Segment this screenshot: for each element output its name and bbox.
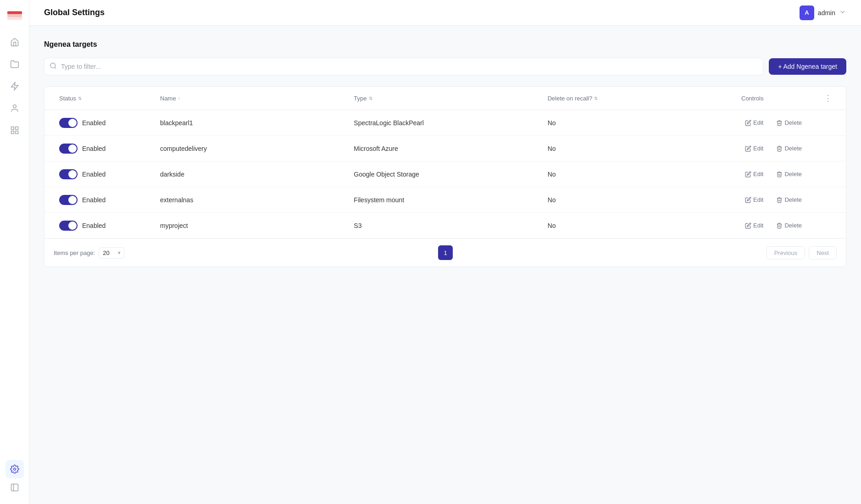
toggle-darkside[interactable]	[59, 169, 78, 179]
toggle-blackpearl1[interactable]	[59, 118, 78, 128]
targets-table: Status ⇅ Name ↑ Type ⇅ Delete on recall?…	[44, 86, 846, 267]
search-wrapper	[44, 58, 763, 75]
column-header-more[interactable]: ⋮	[818, 87, 837, 110]
sort-icon-delete-on-recall: ⇅	[594, 96, 598, 101]
row-controls: Edit Delete	[736, 161, 818, 187]
sidebar	[0, 0, 29, 504]
admin-name: admin	[818, 9, 835, 17]
row-type: Filesystem mount	[348, 189, 542, 211]
table-row: Enabled blackpearl1 SpectraLogic BlackPe…	[44, 110, 846, 136]
lightning-icon[interactable]	[6, 77, 24, 95]
svg-point-12	[50, 63, 56, 68]
row-controls: Edit Delete	[736, 110, 818, 135]
page-title: Global Settings	[44, 8, 105, 17]
column-header-name[interactable]: Name ↑	[155, 87, 348, 110]
sort-icon-type: ⇅	[369, 96, 372, 101]
per-page-select[interactable]: 20 50 100	[99, 247, 124, 259]
main-content: Ngenea targets + Add Ngenea target Statu…	[29, 26, 861, 504]
toggle-myproject[interactable]	[59, 221, 78, 231]
delete-button-computedelivery[interactable]: Delete	[772, 143, 805, 154]
avatar: A	[800, 6, 814, 20]
delete-button-blackpearl1[interactable]: Delete	[772, 117, 805, 128]
row-status: Enabled	[54, 162, 155, 187]
next-button[interactable]: Next	[809, 246, 837, 260]
row-name: darkside	[155, 163, 348, 185]
pagination-buttons: Previous Next	[767, 246, 837, 260]
panel-icon[interactable]	[6, 478, 24, 497]
column-header-delete-on-recall[interactable]: Delete on recall? ⇅	[542, 87, 736, 110]
row-name: blackpearl1	[155, 112, 348, 134]
column-header-controls: Controls	[736, 87, 818, 110]
edit-button-myproject[interactable]: Edit	[741, 220, 767, 231]
filter-bar: + Add Ngenea target	[44, 58, 846, 75]
svg-rect-6	[15, 127, 18, 130]
grid-icon[interactable]	[6, 121, 24, 139]
users-icon[interactable]	[6, 99, 24, 117]
home-icon[interactable]	[6, 33, 24, 51]
toggle-externalnas[interactable]	[59, 195, 78, 205]
delete-button-externalnas[interactable]: Delete	[772, 194, 805, 205]
delete-button-myproject[interactable]: Delete	[772, 220, 805, 231]
topbar-right: A admin	[800, 6, 846, 20]
row-type: S3	[348, 215, 542, 237]
toggle-computedelivery[interactable]	[59, 144, 78, 154]
per-page-select-wrapper: 20 50 100	[99, 247, 124, 259]
search-input[interactable]	[44, 58, 763, 75]
search-icon	[50, 62, 57, 71]
column-header-type[interactable]: Type ⇅	[348, 87, 542, 110]
table-row: Enabled myproject S3 No Edit Delete	[44, 213, 846, 238]
row-type: Google Object Storage	[348, 163, 542, 185]
row-type: SpectraLogic BlackPearl	[348, 112, 542, 134]
svg-rect-7	[15, 131, 18, 134]
svg-point-9	[13, 468, 16, 471]
row-controls: Edit Delete	[736, 136, 818, 161]
section-title: Ngenea targets	[44, 40, 846, 49]
row-controls: Edit Delete	[736, 213, 818, 238]
edit-button-externalnas[interactable]: Edit	[741, 194, 767, 205]
chevron-down-icon[interactable]	[839, 8, 846, 17]
svg-rect-5	[11, 127, 14, 130]
edit-button-blackpearl1[interactable]: Edit	[741, 117, 767, 128]
column-header-status[interactable]: Status ⇅	[54, 87, 155, 110]
table-row: Enabled computedelivery Microsoft Azure …	[44, 136, 846, 161]
row-delete-on-recall: No	[542, 138, 736, 160]
row-delete-on-recall: No	[542, 112, 736, 134]
row-delete-on-recall: No	[542, 189, 736, 211]
edit-button-darkside[interactable]: Edit	[741, 169, 767, 179]
svg-point-4	[13, 105, 16, 108]
svg-rect-8	[11, 131, 14, 134]
edit-button-computedelivery[interactable]: Edit	[741, 143, 767, 154]
page-number-1[interactable]: 1	[438, 245, 453, 260]
row-type: Microsoft Azure	[348, 138, 542, 160]
svg-rect-2	[7, 17, 22, 20]
folder-icon[interactable]	[6, 55, 24, 73]
sort-icon-name: ↑	[178, 96, 180, 101]
table-header: Status ⇅ Name ↑ Type ⇅ Delete on recall?…	[44, 87, 846, 110]
row-name: myproject	[155, 215, 348, 237]
pagination-bar: Items per page: 20 50 100 1 Previous Nex…	[44, 238, 846, 266]
sort-icon-status: ⇅	[78, 96, 82, 101]
app-logo	[6, 7, 23, 24]
row-status: Enabled	[54, 136, 155, 161]
row-name: externalnas	[155, 189, 348, 211]
row-extra	[818, 141, 837, 156]
row-name: computedelivery	[155, 138, 348, 160]
svg-rect-0	[7, 11, 22, 14]
more-options-icon[interactable]: ⋮	[824, 93, 832, 103]
svg-rect-1	[7, 14, 22, 17]
page-numbers: 1	[438, 245, 453, 260]
row-extra	[818, 116, 837, 130]
topbar: Global Settings A admin	[29, 0, 861, 26]
row-status: Enabled	[54, 111, 155, 135]
row-extra	[818, 218, 837, 233]
row-controls: Edit Delete	[736, 187, 818, 212]
svg-marker-3	[11, 83, 18, 90]
delete-button-darkside[interactable]: Delete	[772, 169, 805, 179]
add-ngenea-target-button[interactable]: + Add Ngenea target	[769, 58, 846, 75]
row-delete-on-recall: No	[542, 215, 736, 237]
settings-icon[interactable]	[6, 460, 24, 478]
previous-button[interactable]: Previous	[767, 246, 805, 260]
row-status: Enabled	[54, 188, 155, 212]
svg-line-13	[55, 67, 56, 69]
items-per-page: Items per page: 20 50 100	[54, 247, 124, 259]
